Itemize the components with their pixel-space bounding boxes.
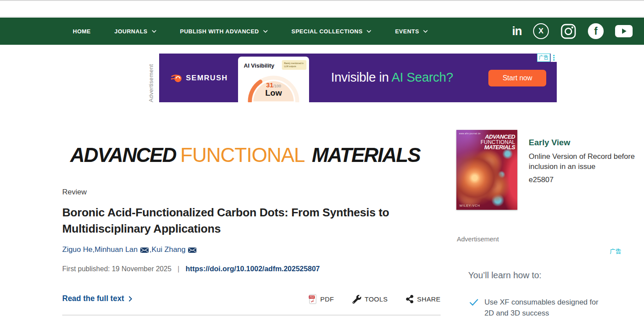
article-actions: PDF PDF TOOLS SHARE (309, 294, 441, 304)
nav-item-events[interactable]: EVENTS (395, 28, 428, 35)
semrush-logo: SEMRUSH (171, 73, 228, 83)
chevron-down-icon (366, 30, 371, 33)
page: HOME JOURNALS PUBLISH WITH ADVANCED SPEC… (0, 0, 644, 323)
advertisement-side-label: Advertisement (148, 54, 157, 102)
sidebar-ad-label: Advertisement (457, 235, 499, 243)
cover-publisher: WILEY-VCH (459, 204, 480, 207)
nav-item-label: JOURNALS (114, 28, 148, 35)
content-divider (62, 315, 441, 316)
nav-item-label: SPECIAL COLLECTIONS (292, 28, 363, 35)
sidebar-ad-heading: You’ll learn how to: (468, 270, 541, 280)
article-title: Boronic Acid-Functionalized Carbon Dots:… (62, 205, 448, 237)
social-links: in X f (512, 18, 633, 45)
chevron-right-icon (128, 296, 132, 302)
x-icon[interactable]: X (533, 23, 549, 39)
share-icon (406, 295, 413, 303)
author-link[interactable]: Kui Zhang (152, 245, 186, 254)
nav-item-label: EVENTS (395, 28, 419, 35)
semrush-ad-banner[interactable]: SEMRUSH AI Visibility Rarely mentioned i… (159, 54, 557, 102)
version-note: Online Version of Record before inclusio… (529, 151, 642, 172)
early-view-label: Early View (529, 138, 642, 147)
author-link[interactable]: Ziguo He (62, 245, 93, 254)
author-list: Ziguo He, Minhuan Lan , Kui Zhang (62, 245, 197, 254)
sidebar-ad-item[interactable]: Use XF consumables designed for 2D and 3… (469, 297, 604, 319)
card-title: AI Visibility (244, 62, 274, 69)
read-full-text-link[interactable]: Read the full text (62, 294, 132, 303)
main-navbar: HOME JOURNALS PUBLISH WITH ADVANCED SPEC… (0, 18, 644, 45)
ai-visibility-card: AI Visibility Rarely mentioned in LLM ou… (238, 57, 309, 102)
author-link[interactable]: Minhuan Lan (95, 245, 138, 254)
share-button[interactable]: SHARE (406, 295, 441, 303)
semrush-flame-icon (171, 73, 182, 83)
start-now-button[interactable]: Start now (488, 70, 546, 86)
cover-site-text: www.afm-journal.de (459, 132, 480, 135)
journal-logo: ADVANCED FUNCTIONAL MATERIALS (70, 143, 420, 167)
nav-item-special-collections[interactable]: SPECIAL COLLECTIONS (292, 28, 371, 35)
gauge-rating: Low (238, 88, 309, 98)
svg-text:PDF: PDF (310, 296, 315, 298)
wrench-icon (352, 295, 361, 304)
chevron-down-icon (152, 30, 157, 33)
article-type-label: Review (62, 188, 87, 197)
nav-item-label: HOME (73, 28, 91, 35)
linkedin-icon[interactable]: in (512, 25, 522, 37)
top-strip (0, 0, 644, 17)
pdf-button[interactable]: PDF PDF (309, 294, 334, 304)
card-note: Rarely mentioned in LLM outputs (282, 60, 306, 70)
top-ad-region: Advertisement SEMRUSH AI Visibility Rare… (148, 54, 557, 102)
issue-info: Early View Online Version of Record befo… (529, 138, 642, 184)
email-icon[interactable] (140, 248, 149, 253)
ad-headline: Invisible in AI Search? (331, 70, 453, 85)
publication-info: First published: 19 November 2025 | http… (62, 265, 320, 273)
nav-item-publish-with-advanced[interactable]: PUBLISH WITH ADVANCED (180, 28, 268, 35)
chevron-down-icon (423, 30, 428, 33)
nav-item-label: PUBLISH WITH ADVANCED (180, 28, 259, 35)
journal-cover-thumbnail[interactable]: www.afm-journal.de ADVANCED FUNCTIONAL M… (456, 130, 517, 210)
tools-button[interactable]: TOOLS (352, 295, 388, 304)
instagram-icon[interactable] (560, 23, 576, 39)
youtube-icon[interactable] (615, 25, 633, 37)
article-number: e25807 (529, 176, 642, 184)
cover-logo: ADVANCED FUNCTIONAL MATERIALS (480, 134, 515, 150)
pdf-icon: PDF (309, 294, 317, 304)
email-icon[interactable] (188, 248, 196, 253)
nav-menu: HOME JOURNALS PUBLISH WITH ADVANCED SPEC… (73, 28, 428, 35)
facebook-icon[interactable]: f (588, 23, 604, 39)
checkmark-icon (469, 298, 479, 306)
separator-pipe: | (178, 265, 179, 273)
doi-link[interactable]: https://doi.org/10.1002/adfm.202525807 (185, 265, 320, 273)
nav-item-home[interactable]: HOME (73, 28, 91, 35)
sidebar-ad-choice-badge[interactable]: 广告 (610, 247, 621, 255)
chevron-down-icon (263, 30, 268, 33)
ad-options-icon[interactable] (551, 54, 557, 62)
ad-choice-badge[interactable]: 广告 (537, 54, 550, 62)
first-published-label: First published: 19 November 2025 (62, 265, 171, 273)
nav-item-journals[interactable]: JOURNALS (114, 28, 157, 35)
ad-badges: 广告 (537, 54, 557, 62)
